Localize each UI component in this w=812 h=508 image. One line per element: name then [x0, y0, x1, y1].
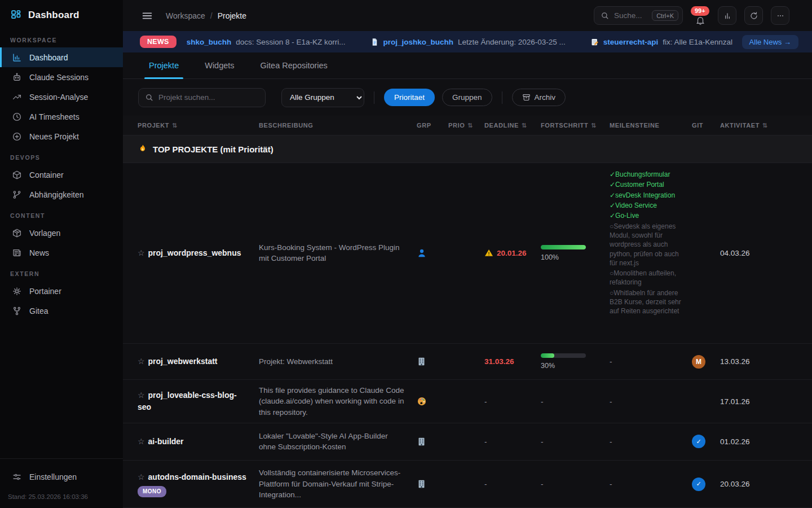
memo-icon	[590, 38, 599, 46]
progress-label: 100%	[541, 253, 610, 261]
project-name: proj_loveable-css-blog-seo	[138, 391, 237, 411]
sidebar-item-session-analyse[interactable]: Session-Analyse	[0, 87, 123, 107]
cell-git: ✓	[692, 435, 720, 448]
package-icon	[12, 228, 22, 238]
table-row[interactable]: ☆autodns-domain-business MONO Vollständi…	[123, 461, 812, 508]
project-search-input[interactable]	[158, 93, 259, 102]
app-title: Dashboard	[28, 10, 80, 21]
sidebar-item-news[interactable]: News	[0, 243, 123, 262]
cell-project[interactable]: ☆proj_wordpress_webnus	[138, 247, 259, 259]
cell-project[interactable]: ☆proj_webwerkstatt	[138, 356, 259, 367]
news-repo-link[interactable]: shko_buchh	[187, 38, 232, 46]
cell-deadline: -	[484, 397, 541, 406]
news-item[interactable]: proj_joshko_buchh Letzte Änderung: 2026-…	[370, 38, 566, 46]
fire-icon	[138, 144, 148, 154]
git-status-badge[interactable]: M	[692, 355, 705, 369]
sidebar-item-claude-sessions[interactable]: Claude Sessions	[0, 67, 123, 87]
news-repo-link[interactable]: steuerrecht-api	[603, 38, 659, 46]
sidebar-item-vorlagen[interactable]: Vorlagen	[0, 223, 123, 243]
groups-filter-button[interactable]: Gruppen	[442, 89, 492, 106]
table-row[interactable]: ☆proj_wordpress_webnus Kurs-Booking Syst…	[123, 163, 812, 344]
sidebar-item-label: Dashboard	[29, 53, 68, 62]
news-repo-link[interactable]: proj_joshko_buchh	[383, 38, 454, 46]
sidebar-item-label: Portainer	[29, 287, 61, 296]
more-options-button[interactable]	[771, 6, 789, 25]
sidebar-item-gitea[interactable]: Gitea	[0, 301, 123, 321]
milestone-open: ○Monolithen aufteilen, refaktoring	[610, 269, 689, 287]
ellipsis-icon	[776, 11, 785, 20]
sidebar-item-ai-timesheets[interactable]: AI Timesheets	[0, 107, 123, 126]
cell-activity: 04.03.26	[720, 249, 802, 257]
cell-project[interactable]: ☆autodns-domain-business MONO	[138, 471, 259, 497]
project-name: ai-builder	[148, 437, 184, 446]
milestone-open: ○Whitlabeln für andere B2B Kurse, derzei…	[610, 288, 689, 316]
sidebar-item-label: Einstellungen	[29, 472, 77, 481]
col-header-deadline[interactable]: DEADLINE⇅	[484, 122, 541, 129]
archive-button-label: Archiv	[535, 93, 556, 102]
toolbar-divider	[374, 91, 374, 104]
sidebar-item-abhaengigkeiten[interactable]: Abhängigkeiten	[0, 185, 123, 204]
priority-filter-button[interactable]: Prioritaet	[384, 89, 435, 106]
notifications-button[interactable]: 99+	[691, 6, 710, 25]
cell-project[interactable]: ☆proj_loveable-css-blog-seo	[138, 389, 259, 413]
cell-milestones: -	[610, 357, 692, 366]
all-news-button[interactable]: Alle News →	[742, 35, 798, 49]
tab-gitea-repositories[interactable]: Gitea Repositories	[261, 52, 328, 78]
cell-description: Lokaler "Lovable"-Style AI App-Builder o…	[259, 431, 417, 453]
tab-projekte[interactable]: Projekte	[149, 52, 179, 78]
sidebar-item-container[interactable]: Container	[0, 165, 123, 185]
refresh-button[interactable]	[744, 6, 763, 25]
sidebar-item-dashboard[interactable]: Dashboard	[0, 47, 123, 67]
news-item[interactable]: shko_buchh docs: Session 8 - E1a-KZ korr…	[187, 38, 346, 46]
archive-box-icon	[522, 93, 531, 102]
sort-icon: ⇅	[762, 122, 768, 129]
cell-description: Kurs-Booking System - WordPress Plugin m…	[259, 242, 417, 264]
main-area: Workspace / Projekte Suche... Ctrl+K 99+	[123, 0, 812, 508]
star-icon[interactable]: ☆	[138, 357, 145, 366]
git-fork-icon	[12, 306, 22, 316]
bar-chart-icon	[12, 52, 22, 63]
project-search-field[interactable]	[138, 88, 266, 107]
cell-milestones: -	[610, 397, 692, 406]
star-icon[interactable]: ☆	[138, 472, 145, 481]
cell-progress: -	[541, 437, 610, 446]
star-icon[interactable]: ☆	[138, 437, 145, 446]
sidebar-item-portainer[interactable]: Portainer	[0, 281, 123, 301]
col-header-fortschritt[interactable]: FORTSCHRITT⇅	[541, 122, 610, 129]
group-select[interactable]: Alle Gruppen	[281, 88, 364, 107]
cell-description: This file provides guidance to Claude Co…	[259, 385, 417, 418]
tab-widgets[interactable]: Widgets	[205, 52, 234, 78]
col-header-projekt[interactable]: PROJEKT⇅	[138, 122, 259, 129]
col-header-prio[interactable]: PRIO⇅	[448, 122, 484, 129]
sidebar-section-workspace: WORKSPACE	[0, 29, 123, 47]
project-name: autodns-domain-business	[148, 472, 246, 481]
palette-icon	[417, 396, 427, 406]
global-search-input[interactable]: Suche... Ctrl+K	[594, 6, 683, 25]
table-row[interactable]: ☆proj_loveable-css-blog-seo This file pr…	[123, 380, 812, 423]
app-logo-grid-icon	[10, 9, 22, 21]
news-items: shko_buchh docs: Session 8 - E1a-KZ korr…	[187, 38, 812, 46]
col-header-aktivitaet[interactable]: AKTIVITAET⇅	[720, 122, 802, 129]
progress-bar	[541, 353, 586, 358]
topbar-actions: Suche... Ctrl+K 99+	[594, 6, 789, 25]
toolbar-divider	[502, 91, 502, 104]
sidebar-item-neues-projekt[interactable]: Neues Projekt	[0, 126, 123, 146]
star-icon[interactable]: ☆	[138, 391, 145, 400]
archive-button[interactable]: Archiv	[512, 89, 566, 106]
news-ticker: NEWS shko_buchh docs: Session 8 - E1a-KZ…	[123, 31, 812, 52]
table-row[interactable]: ☆ai-builder Lokaler "Lovable"-Style AI A…	[123, 423, 812, 461]
news-item[interactable]: steuerrecht-api fix: Alle E1a-Kennzal	[590, 38, 732, 46]
breadcrumb-current: Projekte	[218, 11, 246, 20]
sidebar-header: Dashboard	[0, 0, 123, 29]
breadcrumb-parent[interactable]: Workspace	[166, 11, 205, 20]
table-row[interactable]: ☆proj_webwerkstatt Projekt: Webwerkstatt…	[123, 344, 812, 380]
building-icon	[417, 436, 426, 447]
hamburger-menu-icon[interactable]	[141, 10, 153, 22]
sidebar-item-einstellungen[interactable]: Einstellungen	[0, 467, 123, 487]
stats-button[interactable]	[718, 6, 736, 25]
git-check-badge[interactable]: ✓	[692, 435, 705, 448]
git-check-badge[interactable]: ✓	[692, 478, 705, 491]
git-branch-icon	[12, 190, 22, 200]
star-icon[interactable]: ☆	[138, 248, 145, 257]
cell-project[interactable]: ☆ai-builder	[138, 436, 259, 448]
